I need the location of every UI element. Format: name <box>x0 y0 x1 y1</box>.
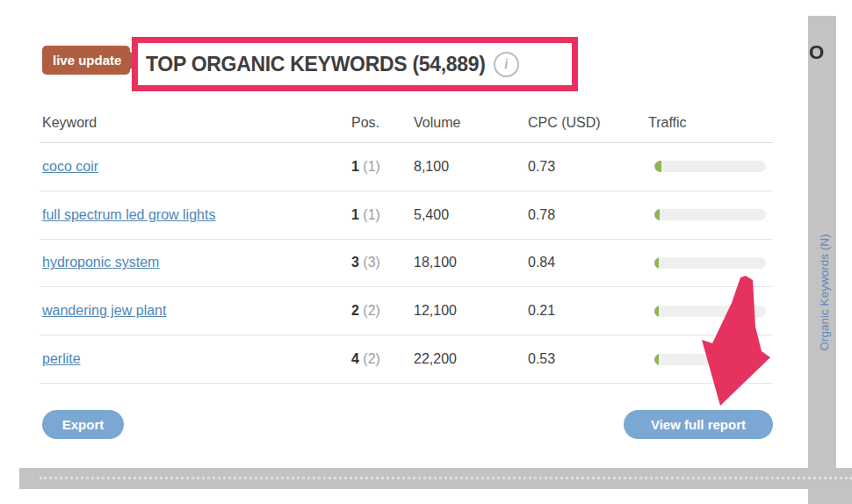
position-value: 3 <box>351 255 359 270</box>
traffic-bar-fill <box>654 306 659 317</box>
table-row: full spectrum led grow lights1 (1)5,4000… <box>40 191 773 240</box>
traffic-bar <box>654 306 766 317</box>
position-value: 2 <box>351 303 359 318</box>
volume-value: 18,100 <box>411 255 525 270</box>
live-update-badge: live update <box>42 46 130 75</box>
keywords-table: Keyword Pos. Volume CPC (USD) Traffic co… <box>40 104 773 384</box>
cpc-value: 0.53 <box>525 351 646 367</box>
table-row: wandering jew plant2 (2)12,1000.21 <box>40 287 773 335</box>
traffic-bar-fill <box>654 161 661 172</box>
bottom-right-panel-corner <box>808 468 852 504</box>
cpc-value: 0.21 <box>525 303 646 319</box>
position-value: 4 <box>351 351 359 366</box>
column-header-pos: Pos. <box>349 115 411 131</box>
table-row: perlite4 (2)22,2000.53 <box>40 335 773 384</box>
traffic-bar-fill <box>654 209 660 220</box>
column-header-volume: Volume <box>411 115 525 131</box>
position-value: 1 <box>351 207 359 222</box>
keyword-link[interactable]: hydroponic system <box>42 255 159 270</box>
keyword-link[interactable]: full spectrum led grow lights <box>42 207 215 222</box>
column-header-traffic: Traffic <box>646 115 773 131</box>
cpc-value: 0.73 <box>525 159 646 175</box>
previous-position-value: (3) <box>363 255 380 270</box>
volume-value: 8,100 <box>411 159 525 175</box>
table-row: hydroponic system3 (3)18,1000.84 <box>40 240 773 288</box>
traffic-bar-fill <box>654 354 659 365</box>
info-icon[interactable]: i <box>494 52 519 77</box>
keyword-link[interactable]: coco coir <box>42 159 98 174</box>
export-button-label: Export <box>62 417 105 432</box>
previous-position-value: (2) <box>363 351 380 366</box>
traffic-bar <box>654 257 766 269</box>
keyword-link[interactable]: wandering jew plant <box>42 303 166 318</box>
dotted-divider <box>40 477 852 479</box>
side-vertical-label: Organic Keywords (N) <box>818 196 831 389</box>
widget-title: TOP ORGANIC KEYWORDS (54,889) <box>146 53 486 76</box>
column-header-cpc: CPC (USD) <box>525 115 646 131</box>
traffic-bar-fill <box>654 257 659 269</box>
cpc-value: 0.84 <box>525 255 646 270</box>
cpc-value: 0.78 <box>525 207 646 223</box>
previous-position-value: (2) <box>363 303 380 318</box>
volume-value: 12,100 <box>411 303 525 319</box>
traffic-bar <box>654 209 766 220</box>
annotation-highlight-box: TOP ORGANIC KEYWORDS (54,889) i <box>132 37 578 91</box>
volume-value: 5,400 <box>411 207 525 223</box>
top-organic-keywords-widget: O Organic Keywords (N) live update TOP O… <box>0 0 852 504</box>
previous-position-value: (1) <box>363 159 380 174</box>
position-value: 1 <box>351 159 359 174</box>
traffic-bar <box>654 354 766 365</box>
table-row: coco coir1 (1)8,1000.73 <box>40 143 773 191</box>
view-full-report-button[interactable]: View full report <box>624 410 773 439</box>
table-header-row: Keyword Pos. Volume CPC (USD) Traffic <box>40 104 773 143</box>
traffic-bar <box>654 161 766 172</box>
export-button[interactable]: Export <box>42 410 124 439</box>
previous-position-value: (1) <box>363 207 380 222</box>
info-icon-glyph: i <box>504 56 508 72</box>
volume-value: 22,200 <box>411 351 525 367</box>
table-body: coco coir1 (1)8,1000.73full spectrum led… <box>40 143 773 384</box>
live-update-badge-label: live update <box>53 53 121 68</box>
cropped-side-heading: O <box>809 41 824 64</box>
keyword-link[interactable]: perlite <box>42 351 81 366</box>
column-header-keyword: Keyword <box>40 115 349 131</box>
view-full-report-label: View full report <box>651 417 746 432</box>
